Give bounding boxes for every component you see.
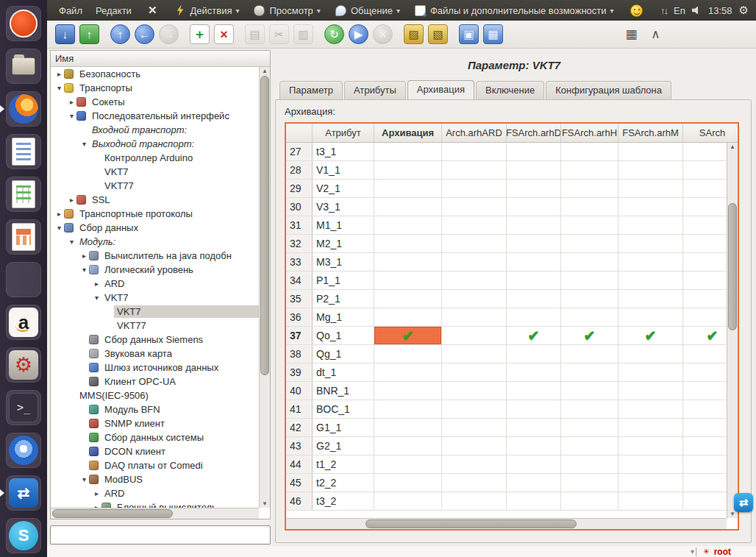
row-number[interactable]: 33 (286, 253, 313, 271)
archive-cell[interactable] (374, 143, 442, 160)
archive-cell[interactable] (442, 216, 507, 234)
keyboard-layout-indicator[interactable]: En (674, 5, 685, 16)
archive-cell[interactable] (618, 363, 683, 381)
archive-cell[interactable] (507, 492, 561, 510)
tree-item-модуль-bfn[interactable]: Модуль BFN (51, 402, 259, 416)
clean-icon[interactable]: ▨ (404, 24, 424, 44)
archive-cell[interactable] (374, 290, 442, 308)
archive-cell[interactable] (442, 143, 507, 160)
launcher-remote[interactable] (6, 475, 41, 511)
archive-cell[interactable] (618, 272, 683, 289)
archive-cell[interactable] (374, 235, 442, 252)
archive-cell[interactable] (442, 345, 507, 363)
split-window-icon[interactable]: ▦ (483, 24, 503, 44)
tree-item-безопасность[interactable]: ▸Безопасность (51, 67, 259, 81)
tree-vertical-scrollbar[interactable]: ▲ ▼ (259, 67, 270, 508)
archive-cell[interactable] (374, 253, 442, 271)
tree-item-dcon-клиент[interactable]: DCON клиент (51, 444, 259, 458)
attribute-cell[interactable]: Qo_1 (313, 327, 374, 344)
volume-icon[interactable] (692, 6, 702, 15)
archive-cell[interactable] (442, 419, 507, 436)
row-number[interactable]: 30 (286, 198, 313, 216)
attribute-cell[interactable]: t3_1 (313, 143, 374, 160)
archive-cell[interactable] (618, 216, 683, 234)
launcher-files[interactable] (6, 49, 41, 84)
row-number[interactable]: 37 (286, 327, 313, 344)
row-number[interactable]: 27 (286, 143, 313, 160)
archive-cell[interactable] (442, 235, 507, 252)
archive-cell[interactable] (507, 419, 561, 436)
attribute-cell[interactable]: Mg_1 (313, 308, 374, 326)
row-number[interactable]: 43 (286, 437, 313, 455)
archive-cell[interactable]: ✔ (374, 327, 442, 344)
expander-icon[interactable]: ▾ (54, 84, 64, 92)
expander-icon[interactable]: ▾ (79, 266, 89, 274)
row-number[interactable]: 29 (286, 180, 313, 197)
notification-badge-icon[interactable]: ⇄ (734, 493, 753, 512)
expander-icon[interactable]: ▾ (67, 112, 76, 120)
archive-cell[interactable] (561, 437, 618, 455)
tree-filter-input[interactable] (50, 525, 271, 544)
session-gear-icon[interactable]: ⚙ (739, 4, 749, 17)
expander-icon[interactable]: ▸ (92, 280, 101, 288)
expander-icon[interactable]: ▾ (92, 294, 101, 302)
archive-cell[interactable] (507, 474, 561, 492)
archive-cell[interactable] (507, 345, 561, 363)
tab-конфигурация-шаблона[interactable]: Конфигурация шаблона (546, 81, 671, 99)
row-number[interactable]: 44 (286, 455, 313, 473)
attribute-cell[interactable]: V2_1 (313, 180, 374, 197)
row-number[interactable]: 46 (286, 492, 313, 510)
archive-cell[interactable] (442, 198, 507, 216)
row-number[interactable]: 36 (286, 308, 313, 326)
menu-chat[interactable]: Общение▾ (335, 5, 400, 16)
launcher-calc[interactable] (6, 177, 41, 212)
archive-cell[interactable] (618, 382, 683, 400)
updown-arrows-icon[interactable]: ↑↓ (660, 5, 667, 16)
archive-cell[interactable]: ✔ (507, 327, 561, 344)
column-header[interactable]: Arch.arhARD (442, 124, 507, 142)
archive-cell[interactable] (374, 382, 442, 400)
archive-cell[interactable] (561, 492, 618, 510)
tree-item-mms-iec-9506-[interactable]: MMS(IEC-9506) (51, 389, 259, 402)
archive-cell[interactable] (561, 308, 618, 326)
scrollbar-thumb[interactable] (260, 76, 269, 375)
row-number[interactable]: 38 (286, 345, 313, 363)
archive-cell[interactable] (374, 492, 442, 510)
launcher-amazon[interactable] (6, 305, 41, 340)
archive-cell[interactable] (618, 308, 683, 326)
archive-cell[interactable] (561, 382, 618, 400)
archive-cell[interactable] (507, 216, 561, 234)
attribute-cell[interactable]: M2_1 (313, 235, 374, 252)
refresh-icon[interactable]: ↻ (324, 24, 344, 44)
archive-cell[interactable] (618, 253, 683, 271)
menu-file[interactable]: Файл (59, 5, 82, 16)
archive-cell[interactable] (374, 272, 442, 289)
archive-cell[interactable] (442, 400, 507, 418)
column-header[interactable]: Атрибут (313, 124, 374, 142)
start-icon[interactable]: ▶ (349, 24, 368, 44)
archive-cell[interactable] (561, 198, 618, 216)
column-header[interactable]: FSArch.arhM (618, 124, 683, 142)
tree-item-vkt7[interactable]: VKT7 (51, 305, 259, 319)
archive-cell[interactable] (561, 474, 618, 492)
launcher-writer[interactable] (6, 134, 41, 169)
menu-view[interactable]: Просмотр▾ (254, 5, 320, 16)
attribute-cell[interactable]: M3_1 (313, 253, 374, 271)
table-horizontal-scrollbar[interactable] (286, 518, 727, 529)
row-number[interactable]: 40 (286, 382, 313, 400)
save-icon[interactable]: ↑ (79, 24, 99, 44)
stop-icon[interactable]: ✕ (373, 24, 393, 44)
tab-включение[interactable]: Включение (476, 81, 544, 99)
tree-horizontal-scrollbar[interactable] (51, 508, 259, 519)
tree-item-snmp-клиент[interactable]: SNMP клиент (51, 416, 259, 430)
archive-cell[interactable] (374, 455, 442, 473)
forward-icon[interactable]: → (159, 24, 179, 44)
column-header[interactable]: FSArch.arhD (507, 124, 561, 142)
load-icon[interactable]: ↓ (55, 24, 75, 44)
expander-icon[interactable]: ▸ (54, 210, 64, 218)
tree-item-шлюз-источников-данных[interactable]: Шлюз источников данных (51, 361, 259, 375)
archive-cell[interactable] (374, 363, 442, 381)
archive-cell[interactable] (507, 455, 561, 473)
tree-item-vkt77[interactable]: VKT77 (51, 319, 259, 333)
tree-item-ssl[interactable]: ▸SSL (51, 193, 259, 207)
